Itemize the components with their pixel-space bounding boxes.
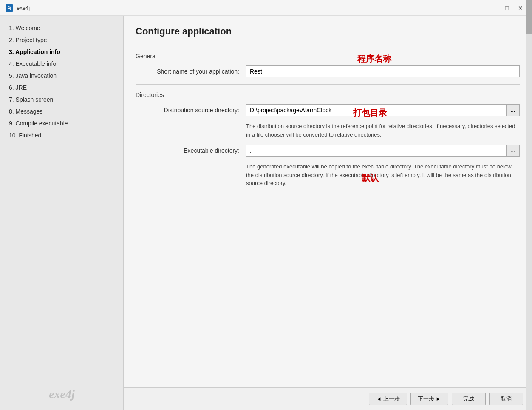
maximize-button[interactable]: □ — [501, 3, 513, 13]
dist-source-browse-button[interactable]: ... — [506, 104, 520, 116]
page-title: Configure application — [136, 26, 520, 37]
annotation-program-name: 程序名称 — [357, 53, 391, 65]
sidebar-logo: exe4j — [0, 379, 123, 410]
executable-dir-input-group: ... — [246, 145, 520, 157]
scrollbar[interactable] — [526, 16, 532, 410]
sidebar-item-messages[interactable]: 8. Messages — [6, 106, 118, 117]
executable-dir-browse-button[interactable]: ... — [506, 145, 520, 157]
sidebar-item-executable-info[interactable]: 4. Executable info — [6, 58, 118, 69]
sidebar: 1. Welcome 2. Project type 3. Applicatio… — [0, 16, 124, 410]
short-name-row: Short name of your application: — [136, 65, 520, 77]
finish-button[interactable]: 完成 — [452, 393, 486, 405]
dist-source-label: Distribution source directory: — [136, 107, 246, 114]
short-name-input[interactable] — [246, 65, 520, 77]
general-section-label: General — [136, 53, 520, 60]
sidebar-item-compile-executable[interactable]: 9. Compile executable — [6, 118, 118, 129]
app-icon: 4j — [6, 4, 13, 12]
title-bar: 4j exe4j — □ ✕ — [0, 0, 532, 16]
sidebar-item-jre[interactable]: 6. JRE — [6, 82, 118, 93]
executable-dir-input[interactable] — [246, 145, 506, 157]
sidebar-item-app-info[interactable]: 3. Application info — [6, 46, 118, 57]
sidebar-item-project-type[interactable]: 2. Project type — [6, 34, 118, 46]
sidebar-nav: 1. Welcome 2. Project type 3. Applicatio… — [0, 16, 123, 379]
scrollbar-thumb[interactable] — [526, 16, 532, 34]
executable-dir-row: Executable directory: ... — [136, 145, 520, 157]
executable-dir-help-text: The generated executable will be copied … — [246, 162, 520, 188]
main-content: Configure application 程序名称 General Short… — [124, 16, 532, 410]
short-name-label: Short name of your application: — [136, 68, 246, 75]
executable-dir-label: Executable directory: — [136, 147, 246, 154]
window-body: 1. Welcome 2. Project type 3. Applicatio… — [0, 16, 532, 410]
cancel-button[interactable]: 取消 — [489, 393, 523, 405]
close-button[interactable]: ✕ — [515, 3, 526, 13]
window-controls: — □ ✕ — [487, 3, 526, 13]
next-button[interactable]: 下一步 ► — [410, 393, 448, 405]
main-window: 4j exe4j — □ ✕ 1. Welcome 2. Project typ… — [0, 0, 532, 410]
content-area: Configure application 程序名称 General Short… — [124, 16, 532, 387]
dist-source-help-text: The distribution source directory is the… — [246, 122, 520, 139]
sidebar-item-splash-screen[interactable]: 7. Splash screen — [6, 94, 118, 105]
annotation-package-dir: 打包目录 — [353, 107, 387, 119]
footer-bar: ◄ 上一步 下一步 ► 完成 取消 — [124, 387, 532, 410]
annotation-default: 默认 — [362, 172, 379, 184]
minimize-button[interactable]: — — [487, 3, 499, 13]
directories-divider — [136, 84, 520, 85]
general-divider — [136, 46, 520, 46]
dist-source-row: Distribution source directory: ... — [136, 104, 520, 116]
directories-section-label: Directories — [136, 91, 520, 98]
sidebar-item-java-invocation[interactable]: 5. Java invocation — [6, 70, 118, 81]
window-title: exe4j — [17, 5, 487, 11]
back-button[interactable]: ◄ 上一步 — [369, 393, 407, 405]
sidebar-item-finished[interactable]: 10. Finished — [6, 130, 118, 141]
sidebar-item-welcome[interactable]: 1. Welcome — [6, 23, 118, 34]
